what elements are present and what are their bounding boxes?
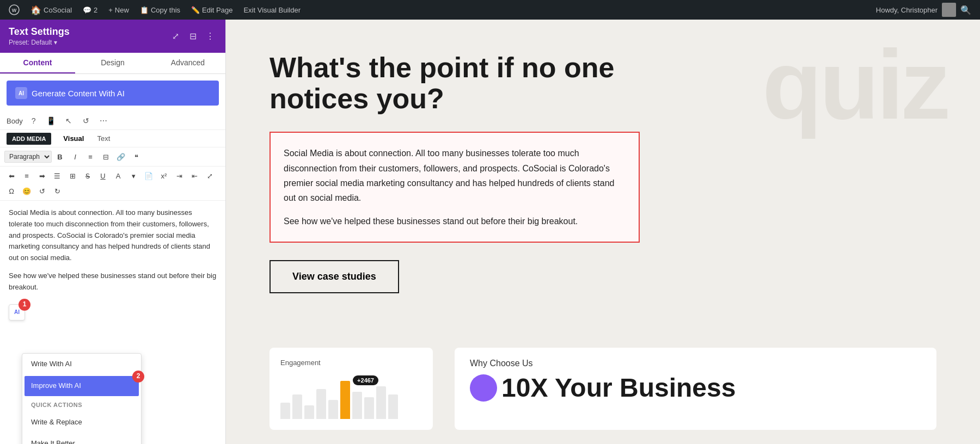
chart-bar-1 [280, 403, 290, 419]
justify-button[interactable]: ☰ [50, 169, 64, 183]
unordered-list-button[interactable]: ≡ [83, 150, 97, 164]
badge-1: 1 [19, 299, 30, 311]
panel-header-icons: ⤢ ⊟ ⋮ [169, 30, 217, 43]
chart-bar-5 [328, 400, 338, 419]
main-layout: Text Settings Preset: Default ▾ ⤢ ⊟ ⋮ Co… [0, 20, 980, 444]
align-right-button[interactable]: ➡ [35, 169, 49, 183]
cosocial-link[interactable]: 🏠 CoSocial [26, 0, 76, 20]
undo-icon[interactable]: ↺ [79, 114, 93, 127]
tab-design[interactable]: Design [75, 53, 150, 73]
more-icon[interactable]: ⋯ [97, 114, 110, 127]
chart-bar-9 [376, 386, 386, 419]
panel-header-text: Text Settings Preset: Default ▾ [9, 26, 70, 46]
add-media-button[interactable]: ADD MEDIA [7, 133, 51, 145]
copy-link[interactable]: 📋 Copy this [136, 0, 185, 20]
fullscreen-icon[interactable]: ⤢ [169, 30, 182, 43]
body-paragraph-2: See how we've helped these businesses st… [284, 214, 626, 229]
new-link[interactable]: + New [104, 0, 133, 20]
ordered-list-button[interactable]: ⊟ [99, 150, 113, 164]
write-with-ai-item[interactable]: Write With AI [22, 354, 141, 375]
chart-bar-2 [292, 394, 302, 419]
outdent-button[interactable]: ⇤ [187, 169, 201, 183]
page-content: What's the point if no one notices you? … [226, 20, 716, 348]
bold-button[interactable]: B [53, 150, 67, 164]
cursor-icon[interactable]: ↖ [62, 114, 75, 127]
format-toolbar-1: Paragraph Heading 1 Heading 2 B I ≡ ⊟ 🔗 … [0, 147, 225, 166]
chart-bar-4 [316, 389, 326, 419]
emoji-button[interactable]: 😊 [20, 184, 34, 198]
svg-text:W: W [12, 8, 17, 13]
comments-link[interactable]: 💬 2 [78, 0, 102, 20]
paste-plain-button[interactable]: 📄 [142, 169, 156, 183]
blockquote-button[interactable]: ❝ [129, 150, 143, 164]
more-options-icon[interactable]: ⋮ [204, 30, 217, 43]
mobile-icon[interactable]: 📱 [45, 114, 58, 127]
align-left-button[interactable]: ⬅ [4, 169, 19, 183]
tab-advanced[interactable]: Advanced [150, 53, 225, 73]
tab-content[interactable]: Content [0, 53, 75, 73]
engagement-label: Engagement [280, 359, 422, 367]
edit-page-link[interactable]: ✏️ Edit Page [187, 0, 237, 20]
panel-preset: Preset: Default ▾ [9, 39, 70, 46]
color-button[interactable]: A [111, 169, 125, 183]
chart-bar-6 [340, 381, 350, 419]
editor-toolbar-top: Body ? 📱 ↖ ↺ ⋯ [0, 112, 225, 130]
columns-icon[interactable]: ⊟ [186, 30, 199, 43]
exit-builder-link[interactable]: Exit Visual Builder [239, 0, 305, 20]
redo-fmt-button[interactable]: ↻ [50, 184, 64, 198]
align-center-button[interactable]: ≡ [20, 169, 34, 183]
body-label: Body [7, 117, 23, 125]
panel-title: Text Settings [9, 26, 70, 38]
right-content: quiz What's the point if no one notices … [226, 20, 980, 444]
undo-fmt-button[interactable]: ↺ [35, 184, 49, 198]
ten-x-title: 10X Your Business [501, 373, 736, 403]
wp-logo[interactable]: W [4, 0, 24, 20]
howdy-link[interactable]: Howdy, Christopher 🔍 [872, 0, 976, 20]
format-toolbar-2: ⬅ ≡ ➡ ☰ ⊞ S̶ U A ▾ 📄 x² ⇥ ⇤ ⤢ Ω 😊 ↺ ↻ [0, 166, 225, 201]
why-choose-title: Why Choose Us [470, 359, 921, 368]
editor-paragraph-2: See how we've helped these businesses st… [9, 270, 217, 293]
improve-with-ai-item[interactable]: Improve With AI 2 [24, 376, 139, 396]
special-char-button[interactable]: Ω [4, 184, 19, 198]
editor-paragraph-1: Social Media is about connection. All to… [9, 207, 217, 264]
body-paragraph-1: Social Media is about connection. All to… [284, 146, 626, 205]
text-tab[interactable]: Text [91, 132, 115, 145]
strikethrough-button[interactable]: S̶ [81, 169, 95, 183]
chart-bar-10 [388, 394, 398, 419]
editor-content[interactable]: Social Media is about connection. All to… [0, 201, 225, 444]
bottom-section: Engagement +2467 Why [226, 348, 980, 444]
quiz-watermark: quiz [762, 36, 947, 134]
paragraph-select[interactable]: Paragraph Heading 1 Heading 2 [4, 151, 52, 163]
color-down-button[interactable]: ▾ [126, 169, 140, 183]
admin-bar-right: Howdy, Christopher 🔍 [872, 0, 976, 20]
write-replace-item[interactable]: Write & Replace [22, 412, 141, 433]
underline-button[interactable]: U [96, 169, 110, 183]
visual-tab[interactable]: Visual [58, 132, 89, 145]
left-panel: Text Settings Preset: Default ▾ ⤢ ⊟ ⋮ Co… [0, 20, 226, 444]
quick-actions-label: Quick Actions [22, 397, 141, 412]
indent-button[interactable]: ⇥ [172, 169, 186, 183]
visual-text-tabs: ADD MEDIA Visual Text [0, 130, 225, 147]
panel-header: Text Settings Preset: Default ▾ ⤢ ⊟ ⋮ [0, 20, 225, 53]
italic-button[interactable]: I [68, 150, 82, 164]
chart-bar-8 [364, 397, 374, 419]
table-button[interactable]: ⊞ [65, 169, 79, 183]
make-better-item[interactable]: Make It Better [22, 433, 141, 444]
link-button[interactable]: 🔗 [114, 150, 128, 164]
ai-icon: AI [15, 87, 27, 99]
fullscreen-btn[interactable]: ⤢ [203, 169, 217, 183]
generate-ai-button[interactable]: AI Generate Content With AI [7, 81, 219, 106]
badge-2: 2 [132, 371, 144, 383]
ai-dropdown-menu: Write With AI Improve With AI 2 Quick Ac… [22, 353, 142, 444]
chart-bar-7 [352, 392, 362, 419]
view-case-studies-button[interactable]: View case studies [270, 260, 399, 293]
ten-x-circle [470, 374, 497, 402]
highlighted-text-block: Social Media is about connection. All to… [270, 132, 640, 243]
why-choose-card: Why Choose Us 10X Your Business [455, 348, 936, 430]
chart-bubble: +2467 [353, 375, 378, 385]
page-headline: What's the point if no one notices you? [270, 52, 640, 114]
subscript-button[interactable]: x² [157, 169, 171, 183]
engagement-chart: +2467 [280, 375, 422, 419]
help-icon[interactable]: ? [27, 114, 40, 127]
panel-tabs: Content Design Advanced [0, 53, 225, 74]
